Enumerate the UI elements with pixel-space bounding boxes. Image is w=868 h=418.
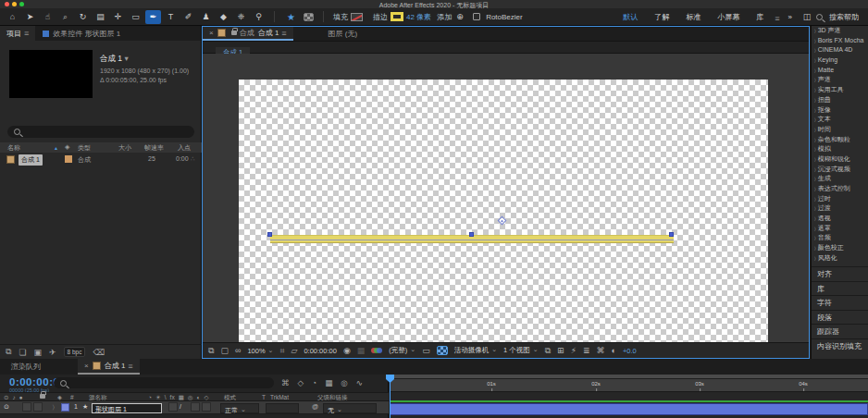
effects-category[interactable]: 3D 声道 bbox=[812, 26, 868, 36]
trkmat-column[interactable]: TrkMat bbox=[270, 394, 289, 400]
current-time-indicator[interactable] bbox=[390, 375, 391, 418]
anchor-point-icon[interactable] bbox=[498, 216, 507, 226]
effects-category[interactable]: 抠像 bbox=[812, 105, 868, 116]
pan-behind-tool-icon[interactable]: ✛ bbox=[110, 10, 126, 24]
zoom-select[interactable]: 100% bbox=[247, 347, 273, 355]
effects-category[interactable]: 遮罩 bbox=[812, 224, 868, 234]
effects-category[interactable]: 音频 bbox=[812, 233, 868, 243]
tab-render-queue[interactable]: 渲染队列 bbox=[0, 359, 52, 375]
pixel-aspect-icon[interactable]: ⊞ bbox=[557, 346, 564, 355]
collapsed-panel-tab[interactable]: 跟踪器 bbox=[812, 324, 868, 338]
home-tool-icon[interactable]: ⌂ bbox=[5, 10, 20, 24]
project-search-input[interactable] bbox=[7, 126, 194, 138]
fill-color-swatch[interactable] bbox=[351, 13, 363, 21]
column-fps[interactable]: 帧速率 bbox=[144, 143, 164, 153]
rectangle-tool-icon[interactable]: ▭ bbox=[128, 10, 143, 24]
label-column-icon[interactable]: ◈ bbox=[65, 143, 69, 151]
main-viewer-icon[interactable]: ▢ bbox=[220, 346, 229, 355]
active-camera-select[interactable]: 活动摄像机 bbox=[454, 346, 497, 355]
effects-category[interactable]: 沉浸式视频 bbox=[812, 165, 868, 175]
composition-viewport[interactable] bbox=[203, 54, 809, 358]
switch-cell[interactable] bbox=[168, 402, 178, 412]
effects-category[interactable]: 生成 bbox=[812, 174, 868, 184]
layer-duration-bar[interactable] bbox=[390, 403, 868, 415]
caret-down-icon[interactable]: ▾ bbox=[124, 54, 128, 63]
flowchart-icon[interactable]: ⌘ bbox=[597, 346, 605, 355]
layer-name-field[interactable]: 形状图层 1 bbox=[92, 403, 162, 413]
close-tab-icon[interactable]: × bbox=[209, 29, 214, 37]
effects-category[interactable]: Keying bbox=[812, 55, 868, 66]
lock-icon[interactable] bbox=[231, 31, 237, 35]
parent-select[interactable]: 无 bbox=[323, 403, 377, 413]
solo-cell[interactable] bbox=[33, 402, 43, 412]
audio-cell[interactable] bbox=[22, 402, 31, 412]
hand-tool-icon[interactable]: ☝ bbox=[40, 10, 56, 24]
layer-visibility-eye-icon[interactable]: ⊙ bbox=[4, 403, 9, 411]
show-snapshot-icon[interactable]: ▦ bbox=[357, 346, 366, 355]
workspace-menu-icon[interactable] bbox=[772, 8, 779, 25]
reset-exposure-icon[interactable]: ◐ bbox=[612, 346, 616, 355]
index-column[interactable]: # bbox=[70, 394, 74, 400]
stroke-color-swatch[interactable] bbox=[391, 12, 403, 21]
timeline-button-icon[interactable]: ≣ bbox=[583, 346, 590, 355]
zoom-tool-icon[interactable]: ⌕ bbox=[57, 10, 73, 24]
grid-guides-icon[interactable]: ⌗ bbox=[279, 346, 284, 355]
layer-label-swatch[interactable] bbox=[61, 403, 69, 412]
share-view-icon[interactable]: ⧉ bbox=[545, 346, 551, 355]
effects-category[interactable]: 声道 bbox=[812, 75, 868, 85]
path-vertex-left[interactable] bbox=[267, 232, 272, 237]
frame-blending-icon[interactable]: ▦ bbox=[325, 378, 332, 387]
graph-editor-icon[interactable]: ∿ bbox=[356, 378, 363, 387]
path-vertex-middle[interactable] bbox=[469, 232, 474, 237]
interpret-footage-icon[interactable]: ⧉ bbox=[6, 347, 11, 357]
trash-icon[interactable]: ⌫ bbox=[93, 348, 105, 357]
tool-creates-mask-icon[interactable] bbox=[304, 13, 314, 21]
draft-3d-icon[interactable]: ◇ bbox=[298, 378, 304, 387]
tab-composition[interactable]: × 合成 合成 1 bbox=[203, 27, 293, 41]
show-channels-icon[interactable] bbox=[371, 347, 382, 354]
collapsed-panel-tab[interactable]: 对齐 bbox=[812, 266, 868, 281]
timeline-search-input[interactable] bbox=[54, 377, 274, 388]
add-label[interactable]: 添加 bbox=[437, 12, 452, 22]
region-of-interest-icon[interactable]: ▭ bbox=[422, 346, 430, 355]
transparency-checkerboard[interactable] bbox=[239, 80, 768, 358]
always-preview-icon[interactable]: ⧉ bbox=[208, 346, 214, 355]
quality-switch[interactable]: / bbox=[180, 403, 181, 410]
mini-flowchart-icon[interactable]: ⌘ bbox=[281, 378, 290, 387]
effects-category[interactable]: 模糊和锐化 bbox=[812, 154, 868, 165]
effects-category[interactable]: 过渡 bbox=[812, 203, 868, 214]
transparency-grid-toggle[interactable] bbox=[437, 346, 448, 355]
effects-category[interactable]: 文本 bbox=[812, 115, 868, 125]
snapshot-camera-icon[interactable]: ◉ bbox=[343, 346, 351, 355]
collapsed-panel-tab[interactable]: 段落 bbox=[812, 310, 868, 325]
effects-category[interactable]: 表达式控制 bbox=[812, 184, 868, 194]
new-composition-icon[interactable]: ▣ bbox=[34, 348, 43, 357]
effects-category[interactable]: Matte bbox=[812, 66, 868, 76]
exposure-value[interactable]: +0.0 bbox=[623, 347, 637, 355]
clone-stamp-tool-icon[interactable]: ♟ bbox=[198, 10, 214, 24]
fill-label[interactable]: 填充 bbox=[333, 12, 348, 22]
timeline-track-area[interactable]: 01s02s03s04s bbox=[390, 375, 868, 418]
tool-creates-shape-icon[interactable]: ★ bbox=[283, 10, 299, 24]
panel-menu-icon[interactable] bbox=[279, 29, 286, 38]
collapsed-panel-tab[interactable]: 字符 bbox=[812, 295, 868, 310]
collapsed-panel-tab[interactable]: 库 bbox=[812, 281, 868, 296]
effects-category[interactable]: 时间 bbox=[812, 125, 868, 135]
search-help-field[interactable]: 搜索帮助 bbox=[829, 12, 859, 22]
effects-category[interactable]: CINEMA 4D bbox=[812, 45, 868, 55]
eraser-tool-icon[interactable]: ◆ bbox=[216, 10, 231, 24]
project-flowchart-icon[interactable]: ✈ bbox=[49, 348, 56, 357]
tab-project[interactable]: 项目 bbox=[0, 26, 35, 41]
effects-category[interactable]: 透视 bbox=[812, 214, 868, 224]
item-label-swatch[interactable] bbox=[65, 155, 72, 163]
switch-cell[interactable] bbox=[202, 402, 211, 412]
new-folder-icon[interactable]: ❏ bbox=[19, 348, 26, 357]
tab-layer[interactable]: 图层 (无) bbox=[321, 27, 366, 41]
pickwhip-icon[interactable]: @ bbox=[312, 403, 318, 410]
workspace-overflow-icon[interactable]: » bbox=[788, 13, 792, 21]
blend-mode-select[interactable]: 正常 bbox=[220, 403, 259, 413]
column-name[interactable]: 名称 bbox=[7, 143, 20, 153]
fast-previews-icon[interactable]: ⚡ bbox=[571, 346, 577, 355]
path-vertex-right[interactable] bbox=[669, 232, 674, 237]
tab-effect-controls[interactable]: 效果控件 形状图层 1 bbox=[35, 26, 128, 41]
